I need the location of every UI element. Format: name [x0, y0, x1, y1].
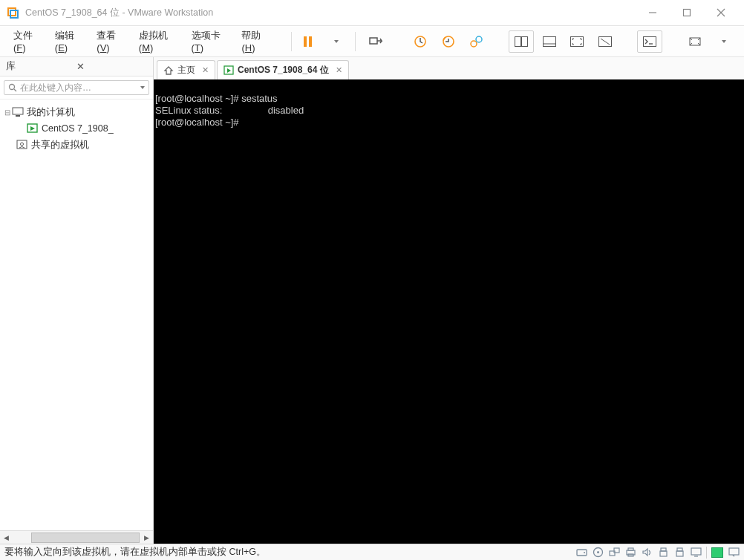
menu-tabs[interactable]: 选项卡(T): [187, 26, 235, 56]
search-dropdown-icon[interactable]: [140, 86, 145, 89]
vm-terminal[interactable]: [root@localhost ~]# sestatusSELinux stat…: [154, 79, 744, 544]
tree-vm-centos-label: CentOS 7_1908_: [42, 123, 114, 134]
svg-marker-31: [165, 67, 172, 74]
menu-vm[interactable]: 虚拟机(M): [134, 26, 184, 56]
status-text: 要将输入定向到该虚拟机，请在虚拟机内部单击或按 Ctrl+G。: [4, 546, 575, 559]
sidebar-search-box[interactable]: [4, 80, 149, 95]
usb-icon[interactable]: [657, 547, 669, 559]
scroll-left-arrow[interactable]: ◀: [0, 534, 13, 541]
svg-point-12: [476, 36, 482, 42]
terminal-line: [root@localhost ~]# sestatus: [155, 93, 743, 105]
menu-help[interactable]: 帮助(H): [237, 26, 276, 56]
svg-marker-33: [227, 68, 231, 73]
svg-rect-1: [10, 10, 18, 18]
minimize-button[interactable]: [636, 1, 670, 24]
home-icon: [163, 65, 174, 76]
svg-rect-50: [729, 548, 739, 555]
window-title: CentOS 7_1908_64 位 - VMware Workstation: [25, 7, 636, 19]
tab-home-close-icon[interactable]: ✕: [202, 65, 209, 75]
pause-vm-dropdown[interactable]: [322, 30, 347, 53]
maximize-button[interactable]: [670, 1, 704, 24]
sidebar-horizontal-scrollbar[interactable]: ◀ ▶: [0, 530, 153, 544]
svg-rect-15: [543, 36, 555, 46]
svg-rect-14: [521, 36, 527, 46]
cd-drive-icon[interactable]: [592, 547, 604, 559]
search-icon: [8, 83, 17, 92]
svg-point-11: [471, 41, 477, 47]
tab-strip: 主页 ✕ CentOS 7_1908_64 位 ✕: [154, 57, 744, 79]
console-button[interactable]: [637, 30, 662, 53]
computer-icon: [12, 106, 24, 118]
input-grabbed-indicator[interactable]: [711, 547, 723, 558]
network-adapter-icon[interactable]: [608, 547, 620, 559]
library-sidebar: 库 ✕ ⊟ 我的计算机: [0, 57, 154, 544]
tab-centos[interactable]: CentOS 7_1908_64 位 ✕: [217, 60, 349, 79]
svg-line-24: [14, 89, 16, 91]
tab-home-label: 主页: [177, 64, 195, 76]
usb2-icon[interactable]: [673, 547, 685, 559]
svg-rect-7: [309, 36, 312, 47]
vmware-app-icon: [6, 6, 19, 19]
tab-home[interactable]: 主页 ✕: [157, 60, 215, 79]
svg-rect-25: [13, 108, 23, 114]
svg-rect-3: [684, 10, 691, 16]
scroll-thumb[interactable]: [31, 533, 140, 543]
sidebar-tree: ⊟ 我的计算机 CentOS 7_1908_ 共享的虚拟机: [0, 100, 153, 530]
tab-centos-label: CentOS 7_1908_64 位: [238, 64, 329, 76]
sound-icon[interactable]: [641, 547, 653, 559]
svg-marker-51: [732, 555, 734, 557]
stretch-dropdown[interactable]: [710, 30, 735, 53]
menu-file[interactable]: 文件(F): [9, 26, 48, 56]
window-buttons-group: [636, 1, 738, 24]
menu-view[interactable]: 查看(V): [92, 26, 131, 56]
svg-point-35: [584, 552, 585, 553]
status-bar: 要将输入定向到该虚拟机，请在虚拟机内部单击或按 Ctrl+G。: [0, 544, 744, 560]
tab-centos-close-icon[interactable]: ✕: [336, 65, 342, 75]
send-keys-button[interactable]: [363, 30, 388, 53]
svg-rect-29: [17, 140, 27, 149]
svg-rect-34: [577, 550, 587, 556]
sidebar-search-input[interactable]: [20, 82, 140, 93]
tree-shared-vms-label: 共享的虚拟机: [31, 139, 89, 152]
scroll-right-arrow[interactable]: ▶: [140, 534, 153, 541]
svg-point-37: [597, 551, 599, 553]
fullscreen-enter-button[interactable]: [564, 30, 590, 53]
svg-rect-41: [628, 548, 633, 550]
unity-mode-button[interactable]: [593, 30, 618, 53]
stretch-guest-button[interactable]: [682, 30, 708, 53]
svg-point-23: [10, 85, 15, 90]
svg-marker-43: [643, 549, 647, 556]
tree-vm-centos[interactable]: CentOS 7_1908_: [3, 120, 150, 137]
close-button[interactable]: [704, 1, 738, 24]
svg-rect-6: [304, 36, 307, 47]
svg-rect-17: [571, 36, 584, 46]
revert-snapshot-button[interactable]: [436, 30, 461, 53]
display-icon[interactable]: [690, 547, 702, 559]
svg-rect-26: [16, 115, 20, 117]
svg-point-30: [21, 143, 24, 146]
hard-disk-icon[interactable]: [575, 547, 587, 559]
view-split-verical-button[interactable]: [509, 30, 534, 53]
svg-rect-47: [676, 551, 683, 556]
sidebar-close-button[interactable]: ✕: [76, 61, 147, 72]
message-log-icon[interactable]: [728, 547, 740, 559]
view-single-button[interactable]: [537, 30, 562, 53]
printer-icon[interactable]: [624, 547, 636, 559]
tree-my-computer-label: 我的计算机: [27, 106, 75, 119]
svg-rect-20: [644, 36, 656, 46]
svg-rect-0: [8, 8, 16, 16]
svg-rect-13: [515, 36, 521, 46]
device-status-tray: [575, 547, 740, 559]
pause-vm-button[interactable]: [295, 30, 320, 53]
tree-my-computer[interactable]: ⊟ 我的计算机: [3, 104, 150, 120]
svg-rect-8: [370, 38, 377, 44]
sidebar-search-row: [0, 76, 153, 100]
title-bar: CentOS 7_1908_64 位 - VMware Workstation: [0, 0, 744, 26]
content-area: 主页 ✕ CentOS 7_1908_64 位 ✕ [root@localhos…: [154, 57, 744, 544]
snapshot-button[interactable]: [408, 30, 433, 53]
tree-shared-vms[interactable]: 共享的虚拟机: [3, 137, 150, 153]
svg-rect-45: [660, 551, 667, 556]
menu-edit[interactable]: 编辑(E): [50, 26, 90, 56]
manage-snapshot-button[interactable]: [464, 30, 489, 53]
collapse-icon[interactable]: ⊟: [3, 108, 12, 117]
